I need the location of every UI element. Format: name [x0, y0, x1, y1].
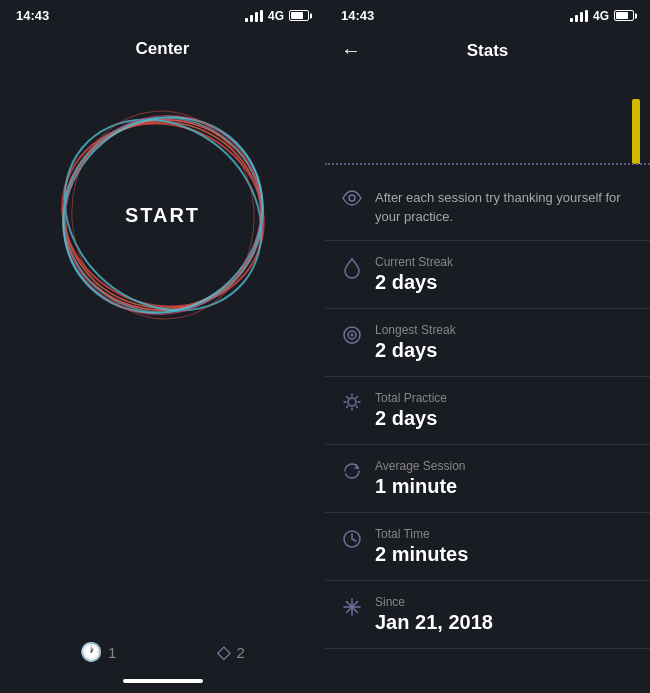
streak-drop-icon: [341, 257, 363, 284]
total-practice-content: Total Practice 2 days: [375, 391, 634, 430]
start-circle-container[interactable]: START: [43, 95, 283, 335]
right-signal-icon: [570, 10, 588, 22]
drop-icon: ◇: [217, 641, 231, 663]
svg-point-14: [348, 398, 356, 406]
svg-point-10: [349, 195, 355, 201]
right-status-bar: 14:43 4G: [325, 0, 650, 31]
current-streak-value: 2 days: [375, 271, 634, 294]
since-value: Jan 21, 2018: [375, 611, 634, 634]
right-network: 4G: [593, 9, 609, 23]
streak-count: 2: [237, 644, 245, 661]
tip-content: After each session try thanking yourself…: [375, 188, 634, 226]
longest-streak-value: 2 days: [375, 339, 634, 362]
average-session-content: Average Session 1 minute: [375, 459, 634, 498]
right-status-right: 4G: [570, 9, 634, 23]
signal-icon: [245, 10, 263, 22]
svg-line-19: [347, 397, 349, 399]
current-streak-label: Current Streak: [375, 255, 634, 269]
back-button[interactable]: ←: [341, 39, 361, 62]
nav-item-sessions[interactable]: 🕐 1: [80, 641, 116, 663]
right-panel: 14:43 4G ← Stats: [325, 0, 650, 693]
clock-icon: [341, 529, 363, 554]
nav-item-streak[interactable]: ◇ 2: [217, 641, 245, 663]
target-icon: [341, 325, 363, 350]
chart-baseline: [325, 163, 650, 165]
right-time: 14:43: [341, 8, 374, 23]
total-time-value: 2 minutes: [375, 543, 634, 566]
left-status-right: 4G: [245, 9, 309, 23]
right-header: ← Stats: [325, 31, 650, 74]
total-time-content: Total Time 2 minutes: [375, 527, 634, 566]
longest-streak-content: Longest Streak 2 days: [375, 323, 634, 362]
total-practice-row: Total Practice 2 days: [325, 377, 650, 445]
chart-area: [325, 74, 650, 174]
bottom-nav: 🕐 1 ◇ 2: [0, 641, 325, 663]
current-streak-content: Current Streak 2 days: [375, 255, 634, 294]
svg-line-22: [347, 406, 349, 408]
left-panel: 14:43 4G Center: [0, 0, 325, 693]
since-row: Since Jan 21, 2018: [325, 581, 650, 649]
svg-line-20: [356, 406, 358, 408]
total-time-row: Total Time 2 minutes: [325, 513, 650, 581]
average-session-value: 1 minute: [375, 475, 634, 498]
svg-line-21: [356, 397, 358, 399]
sun-icon: [341, 393, 363, 416]
average-session-row: Average Session 1 minute: [325, 445, 650, 513]
total-time-label: Total Time: [375, 527, 634, 541]
battery-icon: [289, 10, 309, 21]
longest-streak-row: Longest Streak 2 days: [325, 309, 650, 377]
right-battery-icon: [614, 10, 634, 21]
left-status-bar: 14:43 4G: [0, 0, 325, 31]
sparkle-icon: [341, 597, 363, 622]
clock-icon: 🕐: [80, 641, 102, 663]
stats-title: Stats: [467, 41, 509, 61]
home-indicator: [123, 679, 203, 683]
total-practice-label: Total Practice: [375, 391, 634, 405]
average-session-label: Average Session: [375, 459, 634, 473]
chart-bar: [632, 99, 640, 164]
refresh-icon: [341, 461, 363, 486]
sessions-count: 1: [108, 644, 116, 661]
left-header-title: Center: [136, 31, 190, 75]
start-button[interactable]: START: [125, 204, 200, 227]
stats-list: After each session try thanking yourself…: [325, 174, 650, 693]
eye-icon: [341, 190, 363, 211]
longest-streak-label: Longest Streak: [375, 323, 634, 337]
tip-row: After each session try thanking yourself…: [325, 174, 650, 241]
svg-point-13: [351, 334, 354, 337]
since-label: Since: [375, 595, 634, 609]
current-streak-row: Current Streak 2 days: [325, 241, 650, 309]
left-network: 4G: [268, 9, 284, 23]
total-practice-value: 2 days: [375, 407, 634, 430]
since-content: Since Jan 21, 2018: [375, 595, 634, 634]
tip-text: After each session try thanking yourself…: [375, 190, 621, 224]
left-time: 14:43: [16, 8, 49, 23]
